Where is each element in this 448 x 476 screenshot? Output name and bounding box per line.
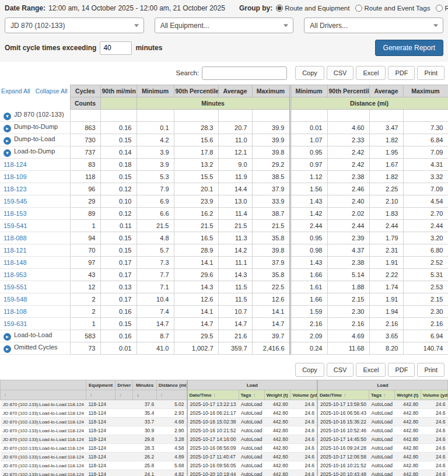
col-driver[interactable]: Driver	[116, 380, 133, 390]
route-equipment-radio[interactable]	[276, 5, 283, 12]
expand-chevron-icon[interactable]: ▸	[4, 137, 11, 145]
col-route[interactable]	[1, 380, 86, 390]
summary-value-cell	[136, 110, 174, 122]
load2-volume-cell: 24.6	[421, 461, 447, 470]
col-minimum-minutes[interactable]: Minimum	[136, 85, 174, 97]
col-90th-mi-min[interactable]: 90th mi/min	[100, 85, 136, 97]
radio-route-equipment[interactable]: Route and Equipment	[276, 5, 349, 12]
load1-tags-header[interactable]: Tags↕	[239, 390, 264, 400]
copy-button[interactable]: Copy	[295, 363, 324, 377]
load2-weight-header[interactable]: Weight (t)↕	[395, 390, 421, 400]
copy-button[interactable]: Copy	[295, 66, 324, 80]
summary-value-cell: 35.8	[252, 269, 290, 281]
col-average-minutes[interactable]: Average	[218, 85, 252, 97]
route-sort-cell[interactable]: ↕	[1, 390, 86, 400]
distance-group-header: Distance (mi)	[290, 97, 448, 110]
radio-route-event-tags[interactable]: Route and Event Tags	[355, 5, 430, 12]
pdf-button[interactable]: PDF	[388, 363, 415, 377]
tree-label[interactable]: 118-953	[4, 271, 27, 278]
col-maximum-distance[interactable]: Maximum	[403, 85, 448, 97]
csv-button[interactable]: CSV	[327, 66, 354, 80]
summary-row: 118-121700.155.728.914.239.80.984.372.31…	[0, 244, 448, 257]
equipment-sort-cell[interactable]: ↕	[86, 390, 115, 400]
tree-cell: ▸Omitted Cycles	[0, 342, 70, 355]
load2-volume-header[interactable]: Volume (yd³)↕	[421, 390, 447, 400]
summary-value-cell: 2.16	[290, 318, 327, 330]
load1-volume-header[interactable]: Volume (yd³)↕	[290, 390, 317, 400]
summary-value-cell: 20.1	[174, 183, 218, 195]
col-cycles[interactable]: Cycles	[70, 85, 100, 97]
expand-chevron-icon[interactable]: ▸	[4, 333, 11, 341]
col-minimum-distance[interactable]: Minimum	[290, 85, 327, 97]
print-button[interactable]: Print	[417, 363, 444, 377]
summary-value-cell	[100, 110, 136, 122]
tree-label[interactable]: 159-631	[4, 320, 27, 327]
tree-label[interactable]: 118-109	[4, 173, 27, 180]
load2-tags-header[interactable]: Tags↕	[369, 390, 395, 400]
route-filter-value: JD 870 (102-133)	[10, 22, 65, 30]
collapse-chevron-icon[interactable]: ▾	[4, 149, 11, 157]
tree-label[interactable]: 118-121	[4, 247, 27, 254]
summary-value-cell: 13.2	[174, 159, 218, 171]
collapse-all-link[interactable]: Collapse All	[36, 88, 68, 94]
summary-value-cell: 14.1	[174, 306, 218, 318]
excel-button[interactable]: Excel	[356, 363, 386, 377]
generate-report-button[interactable]: Generate Report	[375, 40, 443, 56]
radio-route-drivers[interactable]: Route and Drivers	[436, 5, 448, 12]
drivers-filter-select[interactable]: All Drivers...	[304, 18, 443, 33]
col-maximum-minutes[interactable]: Maximum	[252, 85, 290, 97]
route-event-tags-radio[interactable]	[355, 5, 362, 12]
print-button[interactable]: Print	[417, 66, 444, 80]
excel-button[interactable]: Excel	[356, 66, 386, 80]
tree-label[interactable]: 159-551	[4, 284, 27, 290]
expand-all-link[interactable]: Expand All	[1, 88, 30, 94]
search-input[interactable]	[202, 66, 287, 80]
tree-label[interactable]: 118-088	[4, 235, 27, 242]
sort-icon: ↕	[214, 393, 216, 398]
col-equipment[interactable]: Equipment	[86, 380, 115, 390]
pdf-button[interactable]: PDF	[388, 66, 415, 80]
driver-cell	[116, 470, 133, 476]
load1-weight-header[interactable]: Weight (t)↕	[264, 390, 290, 400]
load2-datetime-header[interactable]: Date/Time↕	[317, 390, 369, 400]
tree-label[interactable]: 118-123	[4, 186, 27, 192]
expand-chevron-icon[interactable]: ▸	[4, 345, 11, 353]
omit-minutes-input[interactable]	[100, 41, 132, 55]
col-90th-percentile-minutes[interactable]: 90th Percentile	[174, 85, 218, 97]
tree-label[interactable]: 118-148	[4, 259, 27, 266]
csv-button[interactable]: CSV	[327, 363, 354, 377]
col-minutes[interactable]: Minutes	[133, 380, 156, 390]
minutes-cell: 29.8	[133, 435, 156, 444]
tree-cell: 159-551	[0, 281, 70, 293]
distance-sort-cell[interactable]: ↕	[156, 390, 187, 400]
col-distance[interactable]: Distance (mi)	[156, 380, 187, 390]
tree-label[interactable]: 118-124	[4, 161, 27, 168]
route-filter-select[interactable]: JD 870 (102-133)	[5, 18, 144, 33]
summary-value-cell: 22.5	[252, 281, 290, 293]
driver-sort-cell[interactable]: ↕	[116, 390, 133, 400]
date-range-value[interactable]: 12:00 am, 14 October 2025 - 12:00 am, 21…	[48, 4, 225, 12]
equipment-filter-select[interactable]: All Equipment...	[155, 18, 294, 33]
summary-value-cell: 11.68	[327, 342, 369, 355]
tree-label[interactable]: 118-153	[4, 210, 27, 217]
summary-value-cell: 6.84	[403, 134, 448, 146]
distance-cell: 4.68	[156, 418, 187, 426]
tree-label[interactable]: 118-108	[4, 308, 27, 315]
minutes-sort-cell[interactable]: ↓	[133, 390, 156, 400]
summary-value-cell: 3.20	[403, 232, 448, 244]
distance-cell: 5.68	[156, 461, 187, 470]
tree-label[interactable]: 159-548	[4, 296, 27, 303]
route-drivers-radio[interactable]	[436, 5, 443, 12]
col-90th-percentile-distance[interactable]: 90th Percentile	[327, 85, 369, 97]
load1-datetime-header[interactable]: Date/Time↕	[187, 390, 239, 400]
summary-row: 159-551120.137.114.311.522.51.611.881.74…	[0, 281, 448, 293]
col-average-distance[interactable]: Average	[369, 85, 403, 97]
expand-chevron-icon[interactable]: ▸	[4, 125, 11, 132]
tree-label[interactable]: 159-545	[4, 198, 27, 205]
subcol-label: Volume (yd³)	[292, 393, 317, 398]
collapse-chevron-icon[interactable]: ▾	[4, 113, 11, 120]
summary-value-cell: 0.17	[100, 257, 136, 269]
summary-value-cell: 12.6	[252, 293, 290, 306]
tree-label[interactable]: 159-541	[4, 222, 27, 229]
route-cell: JD 870 (102-133):Load-to-Load:118-124	[1, 418, 86, 426]
